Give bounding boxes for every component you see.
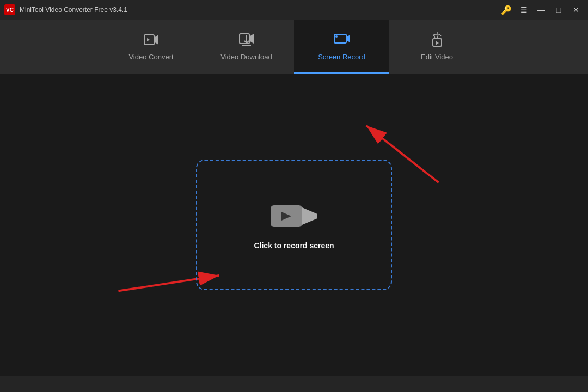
tab-video-download-label: Video Download: [220, 53, 272, 61]
tab-video-download[interactable]: Video Download: [199, 20, 294, 74]
screen-record-icon: [333, 31, 351, 48]
camera-icon: [270, 200, 318, 232]
video-download-icon: [238, 31, 255, 48]
title-bar: VC MiniTool Video Converter Free v3.4.1 …: [0, 0, 588, 20]
record-label: Click to record screen: [254, 241, 334, 250]
maximize-button[interactable]: □: [551, 2, 566, 17]
tab-screen-record[interactable]: Screen Record: [294, 20, 389, 74]
window-controls: 🔑 ☰ — □ ✕: [499, 2, 584, 17]
app-logo: VC: [4, 4, 15, 15]
app-title: MiniTool Video Converter Free v3.4.1: [20, 6, 127, 14]
tab-edit-video-label: Edit Video: [421, 53, 453, 61]
key-button[interactable]: 🔑: [499, 2, 514, 17]
record-box[interactable]: Click to record screen: [196, 160, 392, 290]
tab-video-convert[interactable]: Video Convert: [103, 20, 199, 74]
record-icon: [270, 200, 318, 232]
title-bar-left: VC MiniTool Video Converter Free v3.4.1: [4, 4, 127, 15]
main-content: Click to record screen: [0, 74, 588, 376]
edit-video-icon: [428, 31, 446, 48]
close-button[interactable]: ✕: [568, 2, 584, 17]
tab-screen-record-label: Screen Record: [318, 53, 365, 61]
navigation-bar: Video Convert Video Download Screen Reco…: [0, 20, 588, 74]
video-convert-icon: [143, 31, 160, 48]
menu-button[interactable]: ☰: [516, 2, 531, 17]
status-bar: [0, 376, 588, 392]
tab-edit-video[interactable]: Edit Video: [389, 20, 485, 74]
tab-video-convert-label: Video Convert: [128, 53, 173, 61]
svg-marker-10: [302, 207, 317, 225]
svg-point-4: [335, 35, 338, 38]
minimize-button[interactable]: —: [534, 2, 549, 17]
